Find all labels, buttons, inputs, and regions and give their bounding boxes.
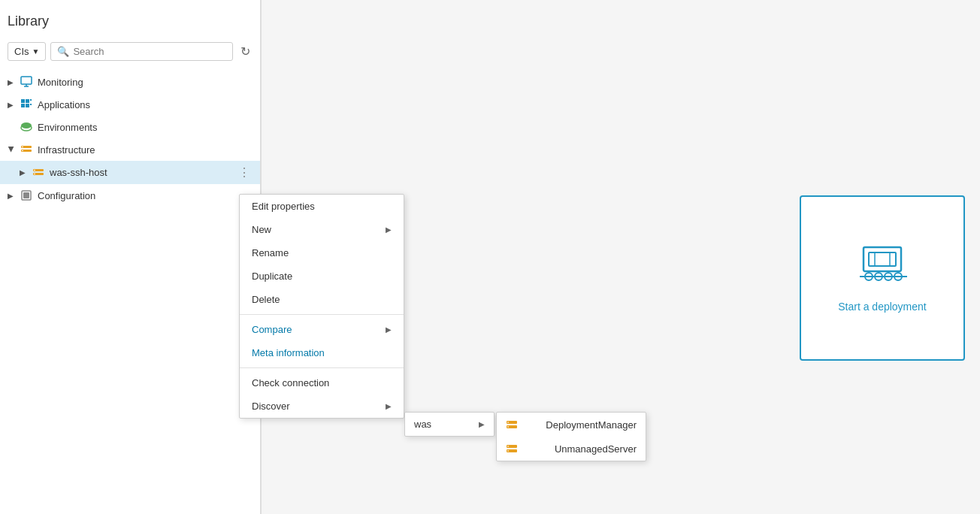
menu-item-delete[interactable]: Delete [240,288,404,311]
submenu-deploy-item-unmanaged-server[interactable]: UnmanagedServer [497,437,646,461]
svg-rect-20 [23,192,29,198]
menu-divider-1 [240,314,404,315]
sidebar-item-label-was-ssh-host: was-ssh-host [50,167,107,178]
svg-rect-3 [21,99,25,103]
svg-rect-13 [22,147,23,147]
context-menu: Edit properties New ▶ Rename Duplicate D… [239,194,404,419]
refresh-button[interactable]: ↻ [237,41,253,62]
sidebar-item-label-applications: Applications [38,99,90,110]
menu-divider-2 [240,367,404,368]
submenu-arrow-was: ▶ [479,420,485,428]
menu-item-check-connection[interactable]: Check connection [240,371,404,395]
svg-rect-5 [21,104,25,107]
sidebar: Library CIs ▼ 🔍 ↻ ▶ Mon [0,0,262,514]
svg-rect-18 [34,174,35,174]
submenu-arrow-discover: ▶ [386,402,392,410]
monitor-icon [20,75,33,89]
expand-arrow-was-ssh-host: ▶ [20,168,27,177]
sidebar-item-label-configuration: Configuration [38,190,95,201]
ci-dropdown-label: CIs [14,46,29,57]
sidebar-item-label-environments: Environments [38,122,97,133]
search-bar: CIs ▼ 🔍 ↻ [0,38,261,71]
svg-rect-37 [507,451,509,452]
deployment-icon [852,243,912,289]
submenu-deploy: DeploymentManager UnmanagedServer [496,412,646,461]
expand-arrow-configuration: ▶ [8,192,15,200]
search-input[interactable] [73,46,226,57]
menu-item-meta-information[interactable]: Meta information [240,341,404,364]
svg-rect-33 [507,427,509,428]
infra-icon [20,143,33,156]
search-input-wrap: 🔍 [50,42,233,61]
svg-rect-8 [30,104,32,105]
tree: ▶ Monitoring ▶ Appl [0,71,261,207]
app-container: Library CIs ▼ 🔍 ↻ ▶ Mon [0,0,980,514]
submenu-deploy-item-deployment-manager[interactable]: DeploymentManager [497,413,646,437]
expand-arrow-applications: ▶ [8,101,15,109]
submenu-was-item[interactable]: was ▶ [405,413,494,436]
sidebar-item-label-infrastructure: Infrastructure [38,144,95,156]
chevron-down-icon: ▼ [32,47,40,56]
sidebar-item-label-monitoring: Monitoring [38,77,83,88]
deployment-label: Start a deployment [838,301,927,313]
library-title: Library [0,8,261,38]
menu-item-duplicate[interactable]: Duplicate [240,265,404,288]
svg-rect-36 [507,446,509,447]
svg-rect-6 [26,104,29,107]
svg-rect-7 [30,99,32,101]
deployment-card[interactable]: Start a deployment [800,195,965,361]
svg-rect-22 [869,252,896,266]
menu-item-edit-properties[interactable]: Edit properties [240,195,404,218]
three-dots-menu[interactable]: ⋮ [235,165,253,180]
submenu-was: was ▶ [404,412,495,437]
orange-server-icon-2 [506,443,518,455]
svg-rect-14 [22,150,23,151]
apps-icon [20,98,33,111]
menu-item-compare[interactable]: Compare ▶ [240,318,404,341]
expand-arrow-monitoring: ▶ [8,78,15,86]
config-icon [20,189,33,202]
sidebar-item-environments[interactable]: ▶ Environments [0,116,261,138]
menu-item-rename[interactable]: Rename [240,241,404,265]
ci-dropdown[interactable]: CIs ▼ [8,42,46,61]
menu-item-discover[interactable]: Discover ▶ [240,395,404,418]
server-icon [32,166,45,180]
sidebar-item-was-ssh-host[interactable]: ▶ was-ssh-host ⋮ [0,161,261,184]
submenu-arrow-compare: ▶ [386,325,392,334]
menu-item-new[interactable]: New ▶ [240,218,404,241]
expand-arrow-infrastructure: ▶ [8,146,16,153]
env-icon [20,120,33,134]
sidebar-item-applications[interactable]: ▶ Applications [0,93,261,116]
sidebar-item-configuration[interactable]: ▶ Configuration [0,184,261,207]
svg-rect-0 [21,77,32,84]
submenu-arrow-new: ▶ [386,225,392,234]
svg-rect-17 [34,170,35,171]
sidebar-item-monitoring[interactable]: ▶ Monitoring [0,71,261,93]
sidebar-item-infrastructure[interactable]: ▶ Infrastructure [0,138,261,161]
search-icon: 🔍 [57,46,69,57]
svg-rect-32 [507,422,509,423]
orange-server-icon-1 [506,419,518,431]
svg-rect-4 [26,99,29,103]
